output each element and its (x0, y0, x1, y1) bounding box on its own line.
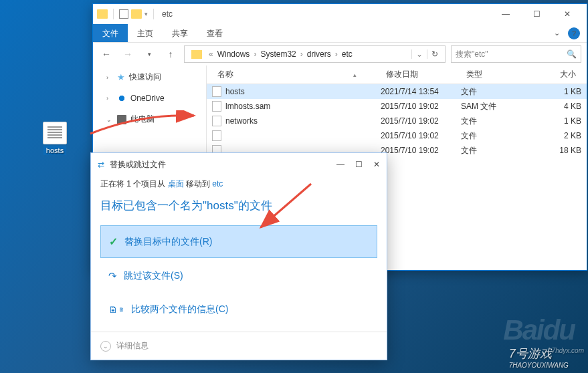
file-icon (212, 86, 221, 97)
desktop-file-icon[interactable]: hosts (35, 122, 75, 155)
collapse-icon: ⌄ (106, 116, 113, 123)
sidebar-label: 此电脑 (130, 114, 155, 125)
chevron-right-icon: › (298, 49, 306, 59)
dialog-title: 替换或跳过文件 (110, 159, 166, 170)
window-controls: — ☐ ✕ (490, 4, 583, 24)
check-icon: ✓ (109, 235, 118, 248)
compare-icon: 🗎🗎 (108, 304, 124, 315)
history-dropdown[interactable]: ▾ (141, 46, 157, 62)
sidebar-item-onedrive[interactable]: › OneDrive (93, 92, 206, 105)
sidebar-label: 快速访问 (129, 72, 161, 83)
file-icon (212, 130, 221, 141)
close-button[interactable]: ✕ (552, 4, 583, 24)
close-button[interactable]: ✕ (373, 160, 380, 169)
watermark: 7号游戏7hdyx.com 7HAOYOUXIWANG (509, 346, 584, 369)
col-header-size[interactable]: 大小 (541, 69, 581, 80)
chevron-right-icon: › (251, 49, 259, 59)
crumb[interactable]: drivers (306, 49, 332, 59)
details-label[interactable]: 详细信息 (116, 340, 149, 352)
expand-icon: › (106, 74, 113, 81)
ribbon-tabs: 文件 主页 共享 查看 ⌄ ? (93, 24, 587, 43)
help-icon[interactable]: ? (568, 27, 580, 39)
folder-icon (97, 9, 108, 19)
search-icon: 🔍 (567, 49, 577, 59)
file-row[interactable]: networks2015/7/10 19:02文件1 KB (207, 114, 587, 128)
file-type: 文件 (461, 116, 541, 127)
address-bar: ← → ▾ ↑ « Windows › System32 › drivers ›… (93, 43, 587, 66)
forward-button[interactable]: → (120, 46, 136, 62)
option-label: 跳过该文件(S) (124, 270, 183, 282)
quick-access-toolbar: ▾ (97, 9, 157, 19)
file-type: SAM 文件 (461, 101, 541, 112)
crumb[interactable]: Windows (216, 49, 252, 59)
dropdown-icon[interactable]: ▾ (144, 11, 148, 17)
skip-icon: ↷ (108, 270, 117, 282)
column-headers: 名称▴ 修改日期 类型 大小 (207, 66, 587, 84)
refresh-icon[interactable]: ↻ (427, 49, 442, 59)
sidebar-label: OneDrive (130, 94, 165, 103)
file-type: 文件 (461, 130, 541, 142)
file-row[interactable]: 2015/7/10 19:02文件2 KB (207, 128, 587, 143)
file-type: 文件 (461, 86, 541, 98)
file-date: 2021/7/14 13:54 (381, 87, 461, 96)
file-icon (212, 101, 221, 112)
crumb[interactable]: System32 (259, 49, 297, 59)
minimize-button[interactable]: — (490, 4, 521, 24)
desktop-icon-label: hosts (43, 146, 66, 155)
search-box[interactable]: 搜索"etc" 🔍 (451, 45, 581, 63)
separator (113, 9, 114, 19)
crumb[interactable]: etc (340, 49, 354, 59)
breadcrumb-path[interactable]: « Windows › System32 › drivers › etc ⌄ ↻ (184, 45, 446, 63)
maximize-button[interactable]: ☐ (521, 4, 552, 24)
file-size: 4 KB (541, 102, 581, 111)
path-dropdown-icon[interactable]: ⌄ (411, 49, 427, 59)
dest-link[interactable]: etc (212, 179, 223, 189)
folder-icon (131, 9, 142, 19)
window-title: etc (162, 9, 173, 19)
tab-home[interactable]: 主页 (128, 24, 163, 42)
tab-share[interactable]: 共享 (163, 24, 197, 42)
option-label: 比较两个文件的信息(C) (131, 303, 228, 316)
star-icon: ★ (117, 72, 125, 82)
file-date: 2015/7/10 19:02 (381, 146, 461, 155)
option-skip[interactable]: ↷ 跳过该文件(S) (100, 261, 377, 291)
titlebar: ▾ etc — ☐ ✕ (93, 4, 587, 24)
dialog-titlebar: ⇄ 替换或跳过文件 — ☐ ✕ (91, 153, 387, 176)
up-button[interactable]: ↑ (163, 46, 179, 62)
chevron-right-icon: « (206, 49, 216, 59)
tab-view[interactable]: 查看 (197, 24, 232, 42)
file-size: 1 KB (541, 87, 581, 96)
file-type: 文件 (461, 145, 541, 156)
sidebar-item-pc[interactable]: ⌄ 此电脑 (93, 112, 206, 127)
file-size: 18 KB (541, 146, 581, 155)
onedrive-icon (117, 94, 126, 103)
minimize-button[interactable]: — (336, 160, 345, 169)
tab-file[interactable]: 文件 (93, 24, 128, 42)
back-button[interactable]: ← (98, 46, 114, 62)
maximize-button[interactable]: ☐ (355, 160, 363, 169)
option-label: 替换目标中的文件(R) (124, 236, 212, 248)
file-date: 2015/7/10 19:02 (381, 116, 461, 126)
checkbox-icon[interactable] (119, 9, 128, 19)
file-name: lmhosts.sam (225, 102, 270, 111)
dialog-controls: — ☐ ✕ (336, 160, 380, 169)
dialog-heading: 目标已包含一个名为"hosts"的文件 (91, 197, 387, 223)
chevron-down-icon[interactable]: ⌄ (554, 29, 560, 37)
ribbon-expand: ⌄ ? (554, 24, 587, 42)
col-header-date[interactable]: 修改日期 (381, 69, 461, 80)
file-size: 2 KB (541, 131, 581, 140)
source-link[interactable]: 桌面 (168, 179, 184, 189)
sidebar-item-quick[interactable]: › ★ 快速访问 (93, 70, 206, 85)
dialog-footer: ⌄ 详细信息 (91, 332, 387, 360)
col-header-type[interactable]: 类型 (461, 69, 541, 80)
file-row[interactable]: hosts2021/7/14 13:54文件1 KB (207, 84, 587, 99)
col-header-name[interactable]: 名称▴ (207, 69, 381, 80)
file-row[interactable]: lmhosts.sam2015/7/10 19:02SAM 文件4 KB (207, 99, 587, 114)
option-compare[interactable]: 🗎🗎 比较两个文件的信息(C) (100, 294, 377, 325)
file-date: 2015/7/10 19:02 (381, 102, 461, 111)
file-name: networks (225, 116, 258, 126)
file-icon (212, 116, 221, 126)
file-name: hosts (225, 87, 245, 96)
option-replace[interactable]: ✓ 替换目标中的文件(R) (100, 225, 377, 258)
expand-details-icon[interactable]: ⌄ (100, 341, 111, 352)
